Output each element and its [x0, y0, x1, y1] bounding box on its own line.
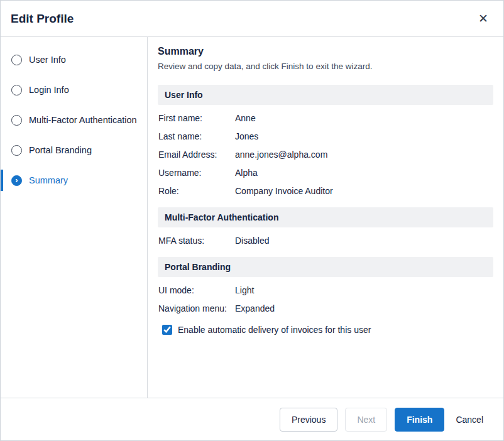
- sidebar-item-label: Portal Branding: [29, 145, 92, 155]
- field-label: UI mode:: [158, 285, 235, 295]
- edit-profile-dialog: Edit Profile ✕ User Info Login Info Mult…: [0, 0, 504, 441]
- field-value: anne.jones@alpha.com: [235, 150, 327, 160]
- summary-row-navigation-menu: Navigation menu: Expanded: [158, 303, 493, 313]
- summary-row-ui-mode: UI mode: Light: [158, 285, 493, 295]
- field-label: Email Address:: [158, 150, 235, 160]
- chevron-right-icon: ›: [11, 175, 22, 186]
- step-circle-icon: [11, 55, 22, 65]
- sidebar-item-portal-branding[interactable]: Portal Branding: [1, 135, 147, 165]
- summary-panel: Summary Review and copy data, and click …: [148, 37, 503, 398]
- step-circle-icon: [11, 145, 22, 156]
- close-icon[interactable]: ✕: [478, 13, 488, 24]
- summary-row-role: Role: Company Invoice Auditor: [158, 186, 493, 196]
- section-portal-branding: Portal Branding UI mode: Light Navigatio…: [158, 257, 493, 313]
- sidebar-item-label: Login Info: [29, 85, 69, 95]
- sidebar-item-summary[interactable]: › Summary: [1, 165, 147, 195]
- field-label: First name:: [158, 113, 235, 123]
- field-value: Anne: [235, 113, 256, 123]
- field-label: Last name:: [158, 131, 235, 141]
- dialog-body: User Info Login Info Multi-Factor Authen…: [1, 37, 503, 398]
- panel-title: Summary: [158, 46, 493, 57]
- field-value: Alpha: [235, 168, 258, 178]
- field-value: Disabled: [235, 236, 269, 246]
- section-user-info: User Info First name: Anne Last name: Jo…: [158, 85, 493, 196]
- field-label: Role:: [158, 186, 235, 196]
- panel-subtitle: Review and copy data, and click Finish t…: [158, 62, 493, 71]
- previous-button[interactable]: Previous: [280, 408, 337, 432]
- dialog-footer: Previous Next Finish Cancel: [1, 398, 503, 440]
- next-button[interactable]: Next: [345, 408, 387, 432]
- field-value: Jones: [235, 131, 258, 141]
- auto-delivery-checkbox-label[interactable]: Enable automatic delivery of invoices fo…: [178, 325, 371, 335]
- sidebar-item-login-info[interactable]: Login Info: [1, 75, 147, 105]
- finish-button[interactable]: Finish: [395, 408, 444, 432]
- section-header: Multi-Factor Authentication: [158, 207, 493, 227]
- summary-row-mfa-status: MFA status: Disabled: [158, 236, 493, 246]
- field-value: Company Invoice Auditor: [235, 186, 333, 196]
- step-circle-icon: [11, 115, 22, 126]
- sidebar-item-label: Summary: [29, 175, 68, 185]
- page-title: Edit Profile: [11, 12, 74, 26]
- section-header: Portal Branding: [158, 257, 493, 277]
- summary-row-last-name: Last name: Jones: [158, 131, 493, 141]
- section-header: User Info: [158, 85, 493, 105]
- sidebar-item-label: Multi-Factor Authentication: [29, 115, 137, 125]
- step-circle-icon: [11, 85, 22, 95]
- cancel-button[interactable]: Cancel: [452, 408, 487, 432]
- field-label: Username:: [158, 168, 235, 178]
- summary-row-first-name: First name: Anne: [158, 113, 493, 123]
- section-multi-factor-authentication: Multi-Factor Authentication MFA status: …: [158, 207, 493, 246]
- auto-delivery-checkbox-row: Enable automatic delivery of invoices fo…: [162, 325, 493, 335]
- wizard-steps-sidebar: User Info Login Info Multi-Factor Authen…: [1, 37, 148, 398]
- field-label: MFA status:: [158, 236, 235, 246]
- sidebar-item-label: User Info: [29, 55, 66, 65]
- sidebar-item-user-info[interactable]: User Info: [1, 45, 147, 75]
- auto-delivery-checkbox[interactable]: [162, 325, 172, 335]
- sidebar-item-multi-factor-authentication[interactable]: Multi-Factor Authentication: [1, 105, 147, 135]
- field-label: Navigation menu:: [158, 303, 235, 313]
- dialog-header: Edit Profile ✕: [1, 1, 503, 37]
- summary-row-username: Username: Alpha: [158, 168, 493, 178]
- field-value: Expanded: [235, 303, 275, 313]
- field-value: Light: [235, 285, 254, 295]
- summary-row-email-address: Email Address: anne.jones@alpha.com: [158, 150, 493, 160]
